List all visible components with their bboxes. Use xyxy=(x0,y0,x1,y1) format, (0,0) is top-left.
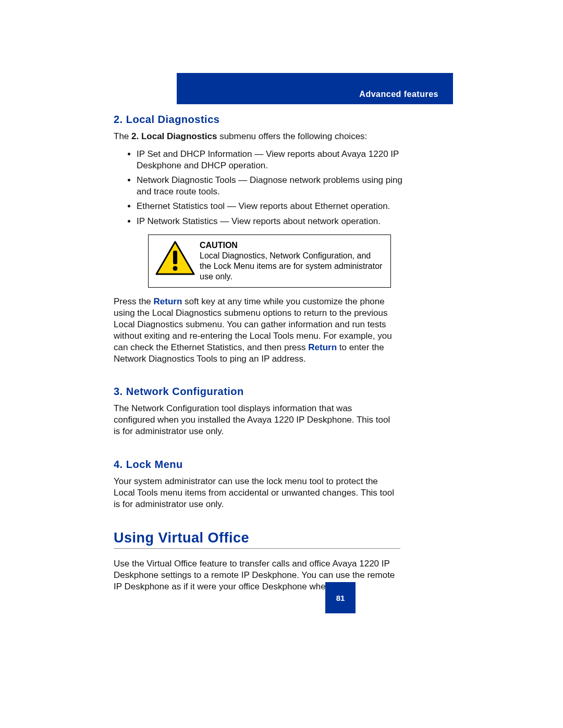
return-paragraph: Press the Return soft key at any time wh… xyxy=(114,296,395,365)
network-config-body: The Network Configuration tool displays … xyxy=(114,403,395,437)
text-fragment: submenu offers the following choices: xyxy=(217,131,367,141)
list-item: Network Diagnostic Tools — Diagnose netw… xyxy=(137,175,408,198)
page-number: 81 xyxy=(336,594,345,602)
caution-body: Local Diagnostics, Network Configuration… xyxy=(200,251,382,281)
document-page: Advanced features 2. Local Diagnostics T… xyxy=(0,0,563,728)
local-intro: The 2. Local Diagnostics submenu offers … xyxy=(114,131,395,142)
local-bullet-list: IP Set and DHCP Information — View repor… xyxy=(114,149,408,227)
heading-lock-menu: 4. Lock Menu xyxy=(114,459,452,471)
heading-local-diagnostics: 2. Local Diagnostics xyxy=(114,114,452,126)
header-bar: Advanced features xyxy=(177,73,453,104)
svg-point-2 xyxy=(173,266,178,270)
caution-box: CAUTION Local Diagnostics, Network Confi… xyxy=(148,235,391,288)
content-area: 2. Local Diagnostics The 2. Local Diagno… xyxy=(114,114,452,599)
caution-text: CAUTION Local Diagnostics, Network Confi… xyxy=(200,240,384,282)
return-keyword: Return xyxy=(308,342,337,352)
list-item: IP Set and DHCP Information — View repor… xyxy=(137,149,408,171)
list-item: IP Network Statistics — View reports abo… xyxy=(137,216,408,227)
text-fragment: Press the xyxy=(114,297,154,306)
header-label: Advanced features xyxy=(359,90,438,99)
svg-rect-1 xyxy=(173,251,177,264)
return-keyword: Return xyxy=(154,297,182,306)
heading-virtual-office: Using Virtual Office xyxy=(114,530,400,549)
page-number-tab: 81 xyxy=(325,582,356,613)
bold-text: 2. Local Diagnostics xyxy=(131,131,217,141)
list-item: Ethernet Statistics tool — View reports … xyxy=(137,201,408,212)
warning-icon xyxy=(154,240,197,277)
heading-network-config: 3. Network Configuration xyxy=(114,386,452,398)
caution-title: CAUTION xyxy=(200,240,384,251)
text-fragment: The xyxy=(114,131,131,141)
lock-menu-body: Your system administrator can use the lo… xyxy=(114,476,395,510)
